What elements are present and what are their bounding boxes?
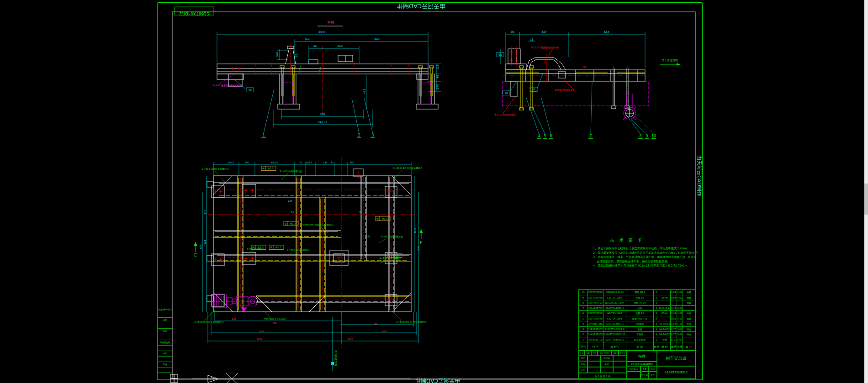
- bom-cell: 1.54: [670, 321, 677, 326]
- bom-cell: [683, 305, 695, 311]
- scrollbar-thumb[interactable]: [864, 184, 868, 215]
- dimension-text: 664: [604, 30, 609, 33]
- signature-cell: [613, 361, 627, 367]
- dimension-text: 175: [436, 84, 439, 89]
- strip-label: 描校: [158, 329, 172, 334]
- bom-cell: 0.04: [677, 289, 683, 295]
- annotation-text: 4×Φ13×Φ3 沉-Φ安装螺栓孔: [396, 320, 426, 324]
- bom-cell: 组合: [683, 321, 695, 326]
- signature-cell: 设计: [578, 355, 587, 361]
- dimension-text: 634.5: [271, 161, 278, 164]
- dimension-text: 76: [299, 161, 302, 164]
- signature-cell: [587, 361, 600, 367]
- dimension-text: 160: [244, 161, 249, 164]
- bom-cell: 8: [578, 300, 587, 305]
- section-label-right: E: [420, 241, 423, 245]
- revision-header-cell: 处数: [585, 351, 591, 355]
- dimension-text: 1168: [204, 240, 206, 246]
- dimension-text: 1260: [199, 244, 202, 250]
- bom-cell: 材 料: [659, 342, 670, 351]
- revision-header-cell: 分区: [591, 351, 598, 355]
- dimension-text: 35: [295, 54, 298, 58]
- signature-cell: [613, 367, 627, 373]
- bom-cell: 2: [653, 295, 659, 300]
- bom-cell: U型螺栓: [626, 321, 653, 326]
- bom-cell: GB/T93-1987: [603, 295, 626, 300]
- bom-cell: 01B3B3T007M: [587, 326, 603, 332]
- bom-cell: 0.76: [670, 331, 677, 337]
- balloon-layer: 12345678910: [261, 133, 656, 139]
- dimension-text: 88: [583, 65, 586, 68]
- dimension-text: 90: [511, 30, 514, 33]
- bom-cell: S160TT5L3DF.2-2: [603, 326, 626, 332]
- borrow-record-strip: 借(装)用件登记描图描校旧底图总号签字日期: [158, 307, 172, 379]
- bom-cell: 45-16/Q40C: [659, 321, 670, 326]
- cad-canvas[interactable]: S168TX04DF.2 由天河云CAD制作 由天河云CAD制作 由天河云CAD…: [0, 0, 868, 383]
- bom-cell: 0.76: [670, 326, 677, 332]
- bom-cell: 购置: [683, 316, 695, 321]
- annotation-text: 2×Φ13 钻安装螺栓孔: [280, 170, 302, 173]
- bom-cell: 3: [578, 326, 587, 332]
- bom-row: 8920T007T131MJB/ZQ4321-1997油杯 76-Zn1购置: [578, 300, 695, 305]
- signature-cell: [613, 355, 627, 361]
- dimension-text: 1430: [417, 246, 420, 252]
- revision-header-cell: 签名: [611, 351, 619, 355]
- bom-cell: 单重: [670, 342, 677, 351]
- gdt-value: Φ1.5: [268, 167, 274, 170]
- bom-cell: 4: [653, 331, 659, 337]
- bom-cell: 总重: [677, 342, 683, 351]
- dimension-text: 118.5: [306, 161, 312, 164]
- bom-cell: [659, 300, 670, 305]
- bom-cell: 2M03B1T2B2M: [587, 321, 603, 326]
- bom-cell: 油杯 76-Zn: [626, 300, 653, 305]
- bom-cell: 购置: [683, 289, 695, 295]
- bom-cell: 购置: [683, 300, 695, 305]
- front-view-label: 主视: [327, 21, 334, 25]
- dimension-text: 790: [272, 322, 277, 325]
- dimension-text: 1870: [347, 338, 353, 341]
- plan-view: E E 汽车前进方向: [194, 157, 423, 371]
- bom-cell: 920T029T005M: [587, 289, 603, 295]
- bom-row: 10A04B32T02MS168TX04DF2.1副车架焊接1焊接171.011…: [578, 337, 695, 342]
- annotation-text: 4×Φ14 钻安装螺栓孔: [379, 257, 402, 260]
- balloon-number: 6: [550, 134, 552, 138]
- bom-table: 10920T029T005MGB/T6170-2000螺母 M1220.020.…: [578, 289, 695, 351]
- bom-cell: GB/T93-1987: [603, 310, 626, 316]
- title-block: 焊件 04168403B2BM0 阶段标记 重量 比例 171.39 1:2 副…: [578, 351, 695, 379]
- balloon-number: 8: [639, 134, 641, 138]
- bom-cell: 171.01: [670, 337, 677, 342]
- plan-direction-label: 汽车前进方向: [334, 350, 338, 366]
- signature-cell: 标准化: [600, 355, 613, 361]
- strip-blank: [158, 312, 172, 318]
- position-symbol: ⊕: [285, 222, 287, 225]
- position-symbol: ⊕: [262, 167, 265, 170]
- bom-cell: S168TX04DF2-1: [603, 305, 626, 311]
- bom-cell: 下挡板: [626, 331, 653, 337]
- bom-cell: 0A04B32T02M: [587, 305, 603, 311]
- bom-cell: 920T036T06M: [587, 316, 603, 321]
- part-type-cell: 焊件: [627, 351, 657, 362]
- dimension-text: 364: [232, 318, 236, 320]
- technical-requirement-line: 1、保证车架纵向中心线平行于底盘大梁纵向中心线，平行度不能大于2mm;: [593, 246, 698, 251]
- plan-direction-marker: 汽车前进方向: [331, 317, 338, 371]
- bom-cell: 购置: [683, 295, 695, 300]
- bom-cell: 备 注: [683, 342, 695, 351]
- bom-cell: S160TT5L3DF.2-10: [603, 331, 626, 337]
- dimension-text: Φ10 安装链条张紧轮: [494, 113, 516, 116]
- bom-cell: 0.02: [677, 295, 683, 300]
- bom-cell: JB/ZQ4321-1997: [603, 300, 626, 305]
- watermark-bottom: 由天河云CAD制作: [415, 378, 460, 383]
- weight-value-cell: 171.39: [640, 372, 649, 379]
- bom-cell: 8: [653, 310, 659, 316]
- bom-cell: 65Mn: [659, 295, 670, 300]
- drawing-no-box-label: S168TX04DF.2: [179, 11, 209, 16]
- watermark-top: 由天河云CAD制作: [397, 3, 445, 10]
- bom-cell: 1: [653, 300, 659, 305]
- strip-blank: [158, 367, 172, 373]
- dimension-text: 50: [360, 210, 362, 213]
- strip-label: 签字: [158, 351, 172, 357]
- revision-row: 标记处数分区更改文件号签名年月日: [578, 351, 627, 355]
- revision-header-cell: 标记: [578, 351, 585, 355]
- section-marker-right: E: [419, 229, 423, 245]
- gdt-value: Φ1.5: [290, 222, 296, 225]
